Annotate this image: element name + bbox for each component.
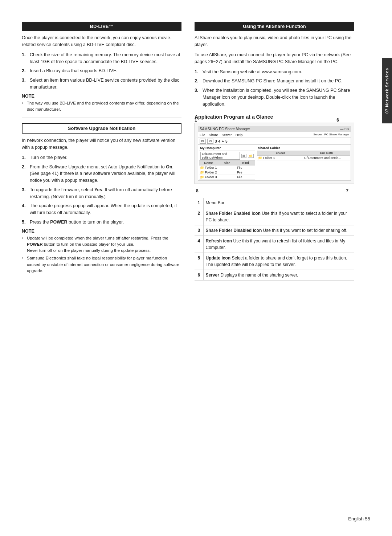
software-upgrade-note: NOTE Update will be completed when the p… [22,229,181,274]
software-upgrade-note-items: Update will be completed when the player… [22,235,181,274]
feature-desc-2: Share Folder Enabled icon Use this if yo… [203,208,354,225]
feature-row-1: 1 Menu Bar [195,198,354,208]
menu-share: Share [209,133,218,137]
toolbar-icon-1: 🖹 [200,139,206,144]
page-container: 07 Network Services BD-LIVE™ Once the pl… [0,0,392,536]
badge-8: 8 [196,188,199,193]
shared-folder-label: Shared Folder [257,146,350,151]
feature-desc-1: Menu Bar [203,198,354,208]
bd-live-step-3: 3. Select an item from various BD-LIVE s… [22,77,181,91]
toolbar-label-5b: 5 [225,139,228,143]
feature-desc-6: Server Displays the name of the sharing … [203,270,354,281]
allshare-header: Using the AllShare Function [195,22,354,31]
allshare-step-2: 2. Download the SAMSUNG PC Share Manager… [195,78,354,85]
page-number: English 55 [348,516,370,521]
toolbar-label-5: + [222,139,224,143]
feature-desc-4: Refresh icon Use this if you want to ref… [203,236,354,253]
right-pane-header: Folder Full Path [257,151,350,156]
page-footer: English 55 [348,516,370,521]
app-body: My Computer C:\Document and settings\Adm… [198,145,351,180]
software-upgrade-intro: In network connection, the player will n… [22,137,181,151]
feature-desc-5: Update icon Select a folder to share and… [203,253,354,270]
left-row-1: 📁 Folder 1 File [199,165,255,170]
sw-step-5: 5. Press the POWER button to turn on the… [22,219,181,226]
sw-step-2: 2. From the Software Upgrade menu, set A… [22,164,181,184]
software-upgrade-header: Software Upgrade Notification [22,123,181,134]
sw-note-item-1: Update will be completed when the player… [22,235,181,254]
app-diagram-section: Application Program at a Glance 1 6 SAMS… [195,114,354,281]
server-label: Server : PC Share Manager [313,133,349,137]
software-upgrade-section: Software Upgrade Notification In network… [22,123,181,274]
two-column-layout: BD-LIVE™ Once the player is connected to… [22,22,370,281]
divider-1 [22,118,181,118]
bd-live-note-items: The way you use BD-LIVE and the provided… [22,100,181,113]
bd-live-note: NOTE The way you use BD-LIVE and the pro… [22,94,181,113]
diagram-bottom-badges: 8 7 [195,188,354,193]
allshare-step-1: 1. Visit the Samsung website at www.sams… [195,69,354,75]
allshare-intro-2: To use AllShare, you must connect the pl… [195,52,354,66]
feature-table: 1 Menu Bar 2 Share Folder Enabled icon U… [195,198,354,281]
window-controls: — □ × [340,127,349,131]
app-toolbar: 🖹 🗂 3 4 + 5 [198,138,351,145]
menu-file: File [200,133,205,137]
app-window: SAMSUNG PC Share Manager — □ × File Shar… [198,126,351,181]
allshare-section: Using the AllShare Function AllShare ena… [195,22,354,107]
toolbar-label-3: 3 [215,139,217,143]
app-diagram-title: Application Program at a Glance [195,114,354,120]
bd-live-steps: 1. Check the size of the remaining memor… [22,52,181,91]
feature-num-5: 5 [195,253,203,270]
sw-step-3: 3. To upgrade the firmware, select Yes. … [22,187,181,200]
feature-row-4: 4 Refresh icon Use this if you want to r… [195,236,354,253]
sw-step-4: 4. The update progress popup will appear… [22,202,181,216]
menu-server: Server [222,133,232,137]
sw-note-item-2: Samsung Electronics shall take no legal … [22,255,181,274]
bd-live-header: BD-LIVE™ [22,22,181,31]
my-computer-label: My Computer [199,146,255,151]
toolbar-icon-2: 🗂 [207,139,213,144]
menu-help: Help [236,133,243,137]
allshare-steps: 1. Visit the Samsung website at www.sams… [195,69,354,108]
bd-live-note-item-1: The way you use BD-LIVE and the provided… [22,100,181,113]
software-upgrade-steps: 1. Turn on the player. 2. From the Softw… [22,154,181,226]
app-diagram: SAMSUNG PC Share Manager — □ × File Shar… [195,123,354,184]
feature-row-3: 3 Share Folder Disabled icon Use this if… [195,225,354,236]
path-btn-1: ▤ [241,154,246,158]
path-btn-2: 📁 [248,154,254,158]
badge-1: 1 [195,118,197,123]
app-left-pane: My Computer C:\Document and settings\Adm… [198,145,256,180]
badge-6: 6 [336,118,339,123]
feature-num-2: 2 [195,208,203,225]
app-titlebar: SAMSUNG PC Share Manager — □ × [198,126,351,132]
left-pane-header: Name Size Kind [199,161,255,165]
right-row-1: 📁 Folder 1 C:\Document and settle... [257,156,350,160]
bd-live-intro: Once the player is connected to the netw… [22,34,181,49]
diagram-wrapper: 1 6 SAMSUNG PC Share Manager — □ × File [195,123,354,193]
feature-num-1: 1 [195,198,203,208]
feature-num-3: 3 [195,225,203,236]
bd-live-step-1: 1. Check the size of the remaining memor… [22,52,181,65]
allshare-intro-1: AllShare enables you to play music, vide… [195,34,354,49]
bd-live-step-2: 2. Insert a Blu-ray disc that supports B… [22,67,181,74]
left-column: BD-LIVE™ Once the player is connected to… [22,22,181,281]
allshare-step-3: 3. When the installation is completed, y… [195,87,354,107]
toolbar-label-4: 4 [219,139,221,143]
feature-row-2: 2 Share Folder Enabled icon Use this if … [195,208,354,225]
left-row-3: 📁 Folder 3 File [199,175,255,180]
sidebar-tab: 07 Network Services [382,58,392,123]
bd-live-section: BD-LIVE™ Once the player is connected to… [22,22,181,112]
feature-num-6: 6 [195,270,203,281]
feature-row-6: 6 Server Displays the name of the sharin… [195,270,354,281]
feature-num-4: 4 [195,236,203,253]
sidebar-label: 07 Network Services [385,68,389,114]
sw-step-1: 1. Turn on the player. [22,154,181,161]
app-menubar: File Share Server Help Server : PC Share… [198,132,351,138]
app-right-pane: Shared Folder Folder Full Path 📁 Folder … [256,145,351,180]
feature-desc-3: Share Folder Disabled icon Use this if y… [203,225,354,236]
app-path-bar: C:\Document and settings\Admin ▤ 📁 [199,151,255,161]
right-column: Using the AllShare Function AllShare ena… [195,22,354,281]
left-row-2: 📁 Folder 2 File [199,170,255,175]
badge-7: 7 [346,188,348,193]
feature-row-5: 5 Update icon Select a folder to share a… [195,253,354,270]
